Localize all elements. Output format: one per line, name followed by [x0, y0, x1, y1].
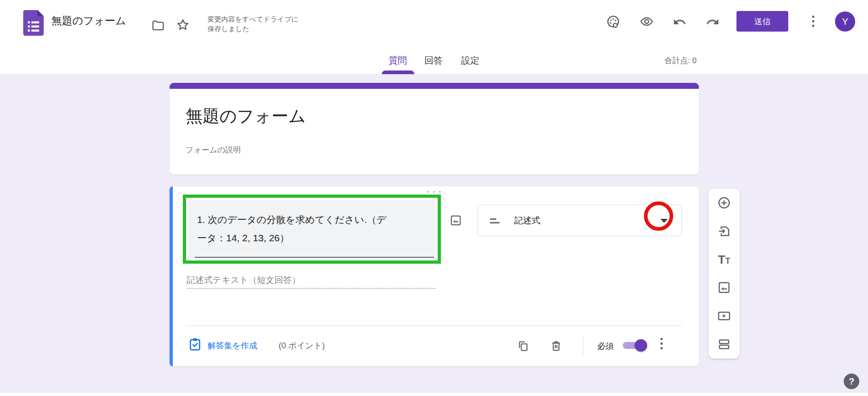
google-forms-editor: 無題のフォーム 変更内容をすべてドライブに 保存しました 送信: [0, 0, 868, 396]
help-button[interactable]: ?: [844, 374, 859, 389]
toggle-knob: [635, 339, 647, 352]
add-image-button[interactable]: [709, 273, 740, 302]
account-avatar[interactable]: Y: [835, 11, 855, 32]
preview-eye-icon[interactable]: [640, 15, 654, 28]
active-tab-indicator: [382, 71, 414, 74]
dropdown-caret-icon[interactable]: [660, 219, 668, 223]
drag-handle-icon[interactable]: [427, 191, 441, 193]
points-label: (0 ポイント): [279, 340, 325, 351]
more-options-icon[interactable]: [808, 14, 818, 29]
tab-settings[interactable]: 設定: [456, 47, 484, 75]
form-title-input[interactable]: 無題のフォーム: [186, 105, 306, 128]
question-text: 1. 次のデータの分散を求めてください.（デ ータ：14, 2, 13, 26）: [197, 211, 429, 247]
add-image-to-question-button[interactable]: [447, 212, 464, 228]
send-button[interactable]: 送信: [736, 11, 788, 32]
question-active-accent: [170, 186, 173, 366]
question-card: 1. 次のデータの分散を求めてください.（デ ータ：14, 2, 13, 26）…: [170, 186, 699, 366]
answer-field-line: [187, 288, 435, 289]
add-title-description-button[interactable]: TT: [709, 245, 740, 274]
card-divider: [187, 325, 682, 326]
required-toggle[interactable]: [623, 339, 648, 352]
total-points-label: 合計点: 0: [632, 47, 697, 75]
required-label: 必須: [597, 341, 614, 352]
row-divider: [583, 335, 583, 355]
duplicate-icon[interactable]: [517, 340, 529, 352]
card-accent-bar: [170, 83, 699, 89]
import-questions-button[interactable]: [709, 217, 740, 245]
undo-icon[interactable]: [673, 15, 687, 29]
answer-placeholder: 記述式テキスト（短文回答）: [187, 274, 301, 286]
delete-trash-icon[interactable]: [550, 340, 562, 352]
add-video-button[interactable]: [709, 302, 740, 330]
question-text-input[interactable]: 1. 次のデータの分散を求めてください.（デ ータ：14, 2, 13, 26）: [188, 200, 435, 259]
tab-responses[interactable]: 回答: [420, 47, 447, 75]
answer-key-icon: [189, 338, 201, 351]
move-folder-icon[interactable]: [151, 18, 165, 32]
redo-icon[interactable]: [706, 15, 720, 29]
input-underline: [195, 257, 434, 258]
form-description-input[interactable]: フォームの説明: [186, 145, 241, 155]
add-question-button[interactable]: [709, 189, 740, 217]
question-type-dropdown[interactable]: 記述式: [477, 205, 682, 236]
add-section-button[interactable]: [709, 330, 740, 358]
star-icon[interactable]: [176, 18, 190, 32]
question-more-options-icon[interactable]: [657, 336, 666, 351]
form-title-card: 無題のフォーム フォームの説明: [170, 83, 699, 174]
forms-logo-icon[interactable]: [23, 10, 44, 36]
document-title[interactable]: 無題のフォーム: [51, 14, 126, 28]
insert-toolbar: TT: [709, 189, 740, 358]
top-bar: 無題のフォーム 変更内容をすべてドライブに 保存しました 送信: [0, 0, 868, 47]
answer-key-link[interactable]: 解答集を作成: [208, 340, 257, 351]
save-status: 変更内容をすべてドライブに 保存しました: [208, 14, 327, 33]
short-answer-icon: [490, 218, 500, 223]
theme-palette-icon[interactable]: [606, 15, 620, 28]
tab-bar: 質問 回答 設定 合計点: 0: [0, 47, 868, 75]
question-type-value: 記述式: [514, 205, 540, 237]
